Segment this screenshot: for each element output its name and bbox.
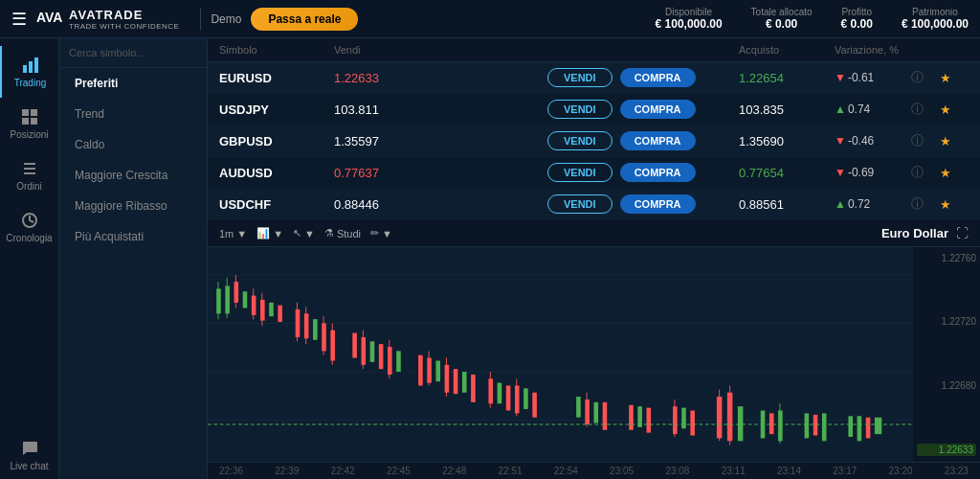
info-icon-usdchf[interactable]: ⓘ [911,195,940,213]
col-variation: Variazione, % [835,44,911,56]
sidebar-label-trading: Trading [14,78,47,88]
star-icon-gbpusd[interactable]: ★ [940,134,969,148]
star-icon-audusd[interactable]: ★ [940,166,969,180]
chart-type-selector[interactable]: 📊 ▼ [256,227,283,240]
category-maggiore-crescita[interactable]: Maggiore Crescita [59,160,207,191]
sell-button-usdchf[interactable]: VENDI [547,194,612,214]
symbol-audusd: AUDUSD [219,166,334,180]
btn-group-audusd: VENDI COMPRA [547,163,643,182]
sidebar-item-ordini[interactable]: Ordini [0,149,58,201]
buy-button-eurusd[interactable]: COMPRA [620,68,696,87]
svg-rect-53 [462,372,467,393]
category-trend[interactable]: Trend [59,99,207,129]
svg-rect-79 [738,406,744,441]
time-tick: 22:45 [387,466,411,476]
time-tick: 23:14 [777,466,801,476]
timeframe-selector[interactable]: 1m ▼ [219,228,247,240]
sell-button-audusd[interactable]: VENDI [547,163,612,182]
table-row: GBPUSD 1.35597 VENDI COMPRA 1.35690 ▼ -0… [208,125,980,157]
draw-tool[interactable]: ✏ ▼ [370,227,392,240]
col-btn-sell [547,44,643,56]
svg-rect-62 [532,393,537,418]
svg-rect-57 [498,383,502,404]
draw-icon: ✏ [370,227,379,240]
expand-icon[interactable]: ⛶ [956,226,969,240]
col-btn-buy [643,44,739,56]
search-input[interactable] [69,47,201,58]
stat-patrimonio-label: Patrimonio [902,7,969,17]
header-separator [200,8,201,31]
timeframe-label: 1m [219,228,234,240]
sidebar-item-trading[interactable]: Trading [0,46,58,98]
svg-rect-73 [681,408,686,429]
sidebar-label-posizioni: Posizioni [10,129,48,140]
svg-rect-41 [370,341,375,362]
sidebar-item-posizioni[interactable]: Posizioni [0,98,58,149]
info-icon-usdjpy[interactable]: ⓘ [911,101,940,118]
svg-rect-25 [260,300,265,321]
sidebar-item-livechat[interactable]: Live chat [0,429,58,479]
star-icon-usdjpy[interactable]: ★ [940,103,969,117]
svg-rect-16 [216,288,221,313]
svg-rect-55 [488,378,493,403]
category-preferiti[interactable]: Preferiti [59,68,207,99]
hamburger-icon[interactable]: ☰ [11,9,27,30]
star-icon-usdchf[interactable]: ★ [940,197,969,212]
info-icon-audusd[interactable]: ⓘ [911,164,940,181]
arrow-down-icon: ▼ [835,166,846,179]
svg-rect-6 [22,118,29,125]
sidebar-item-cronologia[interactable]: Cronologia [0,201,58,253]
var-value-eurusd: -0.61 [848,71,874,84]
passa-a-reale-button[interactable]: Passa a reale [251,8,358,31]
var-value-usdchf: 0.72 [848,197,870,211]
svg-rect-89 [866,418,871,439]
var-value-gbpusd: -0.46 [848,134,874,148]
stat-allocato: Totale allocato € 0.00 [751,7,813,31]
table-row: AUDUSD 0.77637 VENDI COMPRA 0.77654 ▼ -0… [208,157,980,189]
time-tick: 22:48 [442,466,466,476]
sell-button-usdjpy[interactable]: VENDI [547,100,612,119]
col-info [911,44,940,56]
sell-usdchf: 0.88446 [334,197,547,212]
arrow-down-icon: ▼ [835,71,846,84]
price-axis: 1.22760 1.22720 1.22680 1.22633 [913,247,980,462]
timeframe-arrow: ▼ [236,228,247,240]
left-sidebar: Trading Posizioni Ordini Cronologia Live… [0,38,59,479]
table-header: Simbolo Vendi Acquisto Variazione, % [208,38,980,62]
buy-button-gbpusd[interactable]: COMPRA [620,131,696,150]
symbol-gbpusd: GBPUSD [219,134,334,148]
svg-rect-20 [234,282,239,303]
variation-usdchf: ▲ 0.72 [835,197,911,211]
symbol-eurusd: EURUSD [219,71,334,85]
category-maggiore-ribasso[interactable]: Maggiore Ribasso [59,191,207,221]
variation-usdjpy: ▲ 0.74 [835,103,911,116]
sell-button-gbpusd[interactable]: VENDI [547,131,612,150]
info-icon-gbpusd[interactable]: ⓘ [911,132,940,149]
svg-rect-58 [506,386,511,411]
time-tick: 23:08 [665,466,689,476]
buy-button-usdjpy[interactable]: COMPRA [620,100,696,119]
col-vendi: Vendi [334,44,547,56]
svg-rect-52 [454,369,458,394]
chart-title: Euro Dollar [881,226,948,240]
info-icon-eurusd[interactable]: ⓘ [911,69,940,86]
stat-patrimonio: Patrimonio € 100,000.00 [902,7,969,31]
stat-allocato-label: Totale allocato [751,7,813,17]
table-row: USDCHF 0.88446 VENDI COMPRA 0.88561 ▲ 0.… [208,189,980,220]
category-piu-acquistati[interactable]: Più Acquistati [59,221,207,252]
brand-text: AVATRADE [69,8,143,22]
svg-rect-68 [629,405,634,430]
star-icon-eurusd[interactable]: ★ [940,71,969,85]
svg-text:AVA: AVA [36,10,62,25]
studi-icon: ⚗ [324,227,334,240]
studi-label: Studi [337,228,361,240]
category-caldo[interactable]: Caldo [59,129,207,160]
buy-button-audusd[interactable]: COMPRA [620,163,696,182]
stat-profitto-label: Profitto [841,7,873,17]
cursor-tool[interactable]: ↖ ▼ [293,227,315,240]
chart-body: 1.22760 1.22720 1.22680 1.22633 [208,247,980,462]
studi-button[interactable]: ⚗ Studi [324,227,361,240]
symbol-usdchf: USDCHF [219,197,334,212]
buy-button-usdchf[interactable]: COMPRA [620,194,696,214]
sell-button-eurusd[interactable]: VENDI [547,68,612,87]
